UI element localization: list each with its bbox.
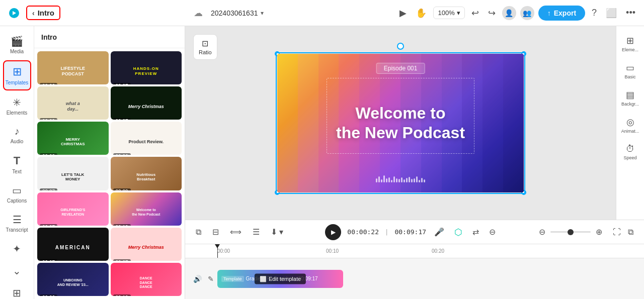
template-item-5[interactable]: MERRYCHRISTMAS 00:08 <box>37 122 109 155</box>
duration-12: 00:07 <box>113 259 131 261</box>
template-item-3[interactable]: what aday... 00:09 <box>37 86 109 120</box>
elements-panel-icon: ⊞ <box>626 35 634 46</box>
user-avatar-2[interactable]: 👥 <box>520 6 534 20</box>
app-logo <box>6 5 22 21</box>
timeline: 00:00 00:10 00:20 🔊 ✎ Template Gradient … <box>185 244 644 299</box>
sidebar-item-media[interactable]: 🎬 Media <box>3 31 31 58</box>
template-item-12[interactable]: Merry Christmas 00:07 <box>111 228 182 261</box>
track-area: Template Gradient Podcast Intro 00:09:17… <box>215 269 644 289</box>
canvas-title-line2: the New Podcast <box>336 124 465 142</box>
export-button[interactable]: ↑ Export <box>538 6 585 21</box>
more-button[interactable]: ••• <box>623 5 638 21</box>
basic-panel-icon: ▭ <box>626 62 634 73</box>
template-item-2[interactable]: HANDS-ONPREVIEW 00:07 <box>111 51 182 84</box>
ruler-mark-0: 00:00 <box>217 248 230 254</box>
split-button[interactable]: ⟺ <box>227 225 244 239</box>
right-panel: ⊞ Eleme... ▭ Basic ▤ Backgr... ◎ Animat.… <box>616 26 644 220</box>
template-panel-header: Intro <box>34 26 185 48</box>
trim-button[interactable]: ⊟ <box>210 225 221 239</box>
playback-section: ▶ 00:00:22 | 00:09:17 🎤 ⬡ ⇄ ⊖ <box>292 224 531 240</box>
right-panel-animate[interactable]: ◎ Animat... <box>617 113 643 138</box>
template-item-14[interactable]: DANCEDANCEDANCE 00:10 <box>111 263 182 296</box>
timeline-ruler: 00:00 00:10 00:20 <box>185 244 644 258</box>
ai-button[interactable]: ⬡ <box>452 225 464 240</box>
share-button[interactable]: ⬜ <box>603 5 619 21</box>
right-panel-speed[interactable]: ⏱ Speed <box>617 140 643 164</box>
hand-tool-button[interactable]: ✋ <box>413 5 429 21</box>
cloud-icon: ☁ <box>194 8 203 19</box>
sidebar-item-text[interactable]: T Text <box>3 150 31 178</box>
microphone-button[interactable]: 🎤 <box>432 225 446 239</box>
right-panel-elements[interactable]: ⊞ Eleme... <box>617 31 643 56</box>
duration-3: 00:09 <box>40 118 57 120</box>
sidebar-item-captions[interactable]: ▭ Captions <box>3 180 31 208</box>
duration-5: 00:08 <box>40 153 57 155</box>
play-button[interactable]: ▶ <box>397 5 409 21</box>
template-item-9[interactable]: GIRLFRIEND'SREVELATION 00:07 <box>37 192 109 226</box>
template-item-7[interactable]: LET'S TALKMONEY 00:07 <box>37 157 109 190</box>
template-item-11[interactable]: AMERICAN 00:07 <box>37 228 109 261</box>
timeline-clip[interactable]: Template Gradient Podcast Intro 00:09:17… <box>217 270 343 288</box>
template-item-4[interactable]: Merry Christmas 00:07 <box>111 86 182 120</box>
topbar-controls: ▶ ✋ 100% ▾ ↩ ↪ <box>397 5 498 21</box>
main-content: 🎬 Media ⊞ Templates ✳ Elements ♪ Audio T… <box>0 26 644 299</box>
zoom-in-button[interactable]: ⊕ <box>594 225 604 239</box>
duration-13: 00:06 <box>40 294 57 296</box>
sync-button[interactable]: ⇄ <box>470 225 481 239</box>
right-panel-basic[interactable]: ▭ Basic <box>617 58 643 83</box>
redo-button[interactable]: ↪ <box>486 5 498 21</box>
fullscreen-button[interactable]: ⛶ <box>610 225 623 239</box>
help-button[interactable]: ? <box>589 5 599 21</box>
sidebar-item-label-transcript: Transcript <box>6 227 28 233</box>
sidebar-item-label-elements: Elements <box>7 110 28 116</box>
sidebar-item-templates[interactable]: ⊞ Templates <box>3 60 31 90</box>
zoom-slider: ⊖ ⊕ <box>537 225 604 239</box>
speed-panel-icon: ⏱ <box>626 144 635 154</box>
edit-template-tooltip[interactable]: ⬜ Edit template <box>255 273 306 284</box>
current-time-value: 00:00:22 <box>347 228 379 236</box>
template-item-6[interactable]: Product Review. 00:06 <box>111 122 182 155</box>
play-pause-button[interactable]: ▶ <box>325 224 341 240</box>
zoom-control[interactable]: 100% ▾ <box>433 7 464 19</box>
project-name[interactable]: 202403061631 ▾ <box>211 9 264 17</box>
speed-panel-label: Speed <box>623 155 636 160</box>
track-edit-button[interactable]: ✎ <box>206 273 216 285</box>
zoom-range-input[interactable] <box>550 231 591 233</box>
breadcrumb-label: Intro <box>38 9 54 17</box>
handle-rotate[interactable] <box>397 43 404 50</box>
template-item-13[interactable]: UNBOXINGAND REVIEW '23... 00:06 <box>37 263 109 296</box>
zoom-out-button[interactable]: ⊖ <box>537 225 547 239</box>
user-controls: 👤 👥 ↑ Export ? ⬜ ••• <box>502 5 638 21</box>
sidebar-item-collapse[interactable]: ⌄ <box>3 261 31 281</box>
export-label: Export <box>554 9 576 17</box>
clip-type-badge: Template <box>221 276 244 282</box>
zoom-level: 100% <box>438 9 454 17</box>
copy-button[interactable]: ⧉ <box>193 225 204 239</box>
sidebar-item-elements[interactable]: ✳ Elements <box>3 92 31 120</box>
mute-button[interactable]: ⊖ <box>487 225 498 239</box>
edit-template-label: Edit template <box>269 276 301 282</box>
track-volume-button[interactable]: 🔊 <box>191 273 204 285</box>
canvas-main: ⊡ Ratio <box>185 26 644 220</box>
user-avatar[interactable]: 👤 <box>502 6 516 20</box>
undo-button[interactable]: ↩ <box>469 5 481 21</box>
playhead-triangle <box>215 244 220 248</box>
sidebar-item-grid[interactable]: ⊞ <box>3 283 31 299</box>
back-breadcrumb[interactable]: ‹ Intro <box>26 6 60 20</box>
sidebar-item-audio[interactable]: ♪ Audio <box>3 122 31 148</box>
pip-button[interactable]: ⧉ <box>625 225 636 239</box>
download-button[interactable]: ⬇ ▾ <box>268 225 286 239</box>
template-item-8[interactable]: NutritiousBreakfast 00:09 <box>111 157 182 190</box>
sidebar-item-star[interactable]: ✦ <box>3 239 31 259</box>
sidebar-item-label-audio: Audio <box>11 139 24 144</box>
ratio-button[interactable]: ⊡ Ratio <box>193 34 217 60</box>
canvas-title: Welcome to the New Podcast <box>336 104 465 142</box>
filter-button[interactable]: ☰ <box>250 225 262 239</box>
right-panel-background[interactable]: ▤ Backgr... <box>617 85 643 111</box>
duration-14: 00:10 <box>113 294 131 296</box>
sidebar-item-transcript[interactable]: ☰ Transcript <box>3 210 31 237</box>
template-item-10[interactable]: Welcome tothe New Podcast 00:10 <box>111 192 182 226</box>
animate-panel-label: Animat... <box>621 129 639 134</box>
template-item-1[interactable]: LIFESTYLEPODCAST 00:06 <box>37 51 109 84</box>
duration-6: 00:06 <box>113 153 131 155</box>
